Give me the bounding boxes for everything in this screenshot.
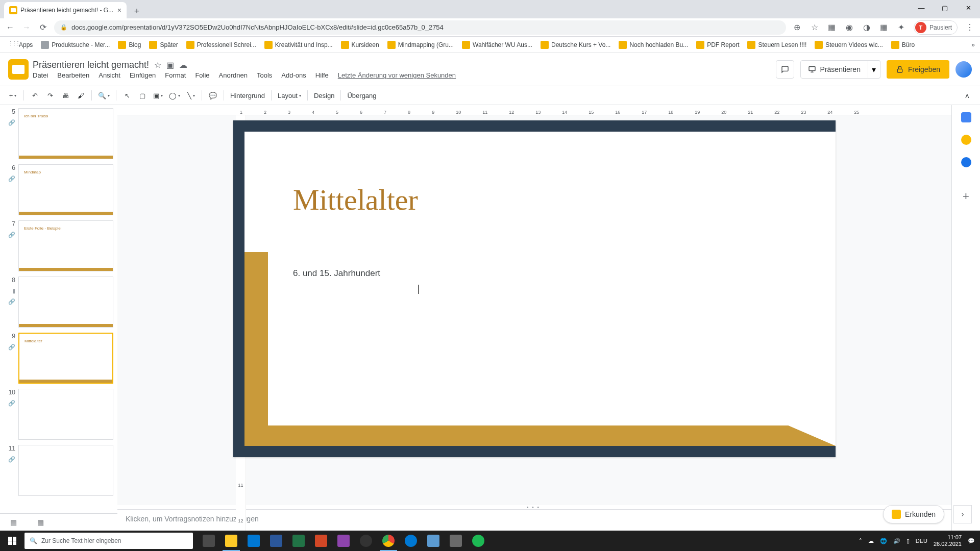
grid-view-icon[interactable]: ▦ (37, 518, 44, 527)
transition-button[interactable]: Übergang (345, 89, 378, 102)
account-avatar[interactable] (955, 61, 972, 78)
file-explorer-icon[interactable] (220, 531, 242, 551)
new-slide-button[interactable]: + (6, 89, 19, 102)
calendar-icon[interactable] (961, 112, 971, 122)
line-tool[interactable]: ╲ (184, 89, 198, 102)
bookmark-item[interactable]: Steuern Videos wic... (812, 39, 886, 51)
network-icon[interactable]: 🌐 (880, 538, 887, 544)
battery-icon[interactable]: ▯ (906, 538, 910, 544)
chrome-icon[interactable] (378, 531, 399, 551)
app-icon[interactable] (445, 531, 467, 551)
clock[interactable]: 11:07 26.02.2021 (934, 534, 962, 547)
taskbar-search[interactable]: 🔍 Zur Suche Text hier eingeben (24, 533, 193, 549)
forward-button[interactable]: → (21, 22, 32, 33)
filmstrip-view-icon[interactable]: ▤ (10, 518, 17, 527)
redo-button[interactable]: ↷ (43, 89, 57, 102)
slide-canvas[interactable]: Mittelalter 6. und 15. Jahrhundert (233, 120, 836, 457)
slide-thumbnail[interactable]: 7🔗 Erste Folie - Beispiel (4, 220, 113, 271)
slide-title-text[interactable]: Mittelalter (293, 183, 418, 217)
last-edit-label[interactable]: Letzte Änderung vor wenigen Sekunden (338, 71, 456, 79)
slide-stage[interactable]: Mittelalter 6. und 15. Jahrhundert (117, 115, 951, 505)
layout-button[interactable]: Layout (276, 89, 303, 102)
menu-file[interactable]: Datei (33, 71, 48, 79)
menu-edit[interactable]: Bearbeiten (57, 71, 89, 79)
bookmark-item[interactable]: Später (146, 39, 181, 51)
adblock-icon[interactable]: ◉ (844, 22, 854, 33)
close-tab-icon[interactable]: × (117, 6, 121, 14)
slide-thumbnail[interactable]: 8▮🔗 (4, 277, 113, 328)
app-icon[interactable] (355, 531, 377, 551)
bookmark-item[interactable]: Produktsuche - Mer... (38, 39, 113, 51)
zoom-button[interactable]: 🔍 (96, 89, 112, 102)
add-addon-icon[interactable]: + (963, 190, 969, 203)
browser-tab[interactable]: Präsentieren leicht gemacht! - G... × (4, 2, 127, 18)
slide-thumbnail-active[interactable]: 9🔗 Mittelalter (4, 333, 113, 384)
mail-icon[interactable] (243, 531, 264, 551)
bookmark-item[interactable]: Wahlfächer WU Aus... (459, 39, 535, 51)
menu-format[interactable]: Format (165, 71, 186, 79)
background-button[interactable]: Hintergrund (228, 89, 267, 102)
language-indicator[interactable]: DEU (916, 538, 927, 544)
bookmark-item[interactable]: PDF Report (693, 39, 742, 51)
menu-addons[interactable]: Add-ons (281, 71, 306, 79)
apps-icon[interactable]: ▦ (879, 22, 889, 33)
slide-thumbnail[interactable]: 6🔗 Mindmap (4, 164, 113, 215)
start-button[interactable] (0, 531, 24, 551)
select-tool[interactable]: ↖ (120, 89, 134, 102)
bookmark-item[interactable]: Blog (115, 39, 144, 51)
profile-button[interactable]: T Pausiert (914, 20, 958, 35)
slide-subtitle-text[interactable]: 6. und 15. Jahrhundert (293, 268, 380, 279)
document-title[interactable]: Präsentieren leicht gemacht! (33, 60, 149, 70)
present-dropdown[interactable]: ▾ (868, 60, 880, 79)
onedrive-icon[interactable]: ☁ (868, 538, 874, 544)
volume-icon[interactable]: 🔊 (893, 538, 900, 544)
menu-insert[interactable]: Einfügen (130, 71, 156, 79)
excel-icon[interactable] (288, 531, 309, 551)
slide-thumbnail[interactable]: 5🔗 Ich bin Trocoi (4, 108, 113, 159)
explore-button[interactable]: Erkunden (883, 505, 944, 523)
slide-thumbnail[interactable]: 11🔗 (4, 445, 113, 496)
edge-icon[interactable] (400, 531, 422, 551)
menu-icon[interactable]: ⋮ (965, 22, 975, 33)
bookmark-item[interactable]: Kursideen (338, 39, 382, 51)
share-button[interactable]: Freigeben (887, 60, 949, 79)
present-button[interactable]: Präsentieren (800, 60, 868, 79)
paint-format-button[interactable]: 🖌 (74, 89, 87, 102)
powerpoint-icon[interactable] (310, 531, 332, 551)
design-button[interactable]: Design (312, 89, 336, 102)
print-button[interactable]: 🖶 (59, 89, 72, 102)
bookmark-item[interactable]: Steuern Lesen !!!! (744, 39, 810, 51)
task-view-icon[interactable] (198, 531, 219, 551)
comments-button[interactable] (776, 60, 794, 79)
filmstrip[interactable]: 5🔗 Ich bin Trocoi 6🔗 Mindmap 7🔗 Erste Fo… (0, 105, 117, 531)
notifications-icon[interactable]: 💬 (968, 538, 975, 544)
menu-view[interactable]: Ansicht (99, 71, 120, 79)
reload-button[interactable]: ⟳ (38, 22, 48, 33)
slides-logo-icon[interactable] (8, 59, 29, 80)
menu-arrange[interactable]: Anordnen (219, 71, 248, 79)
collapse-toolbar-icon[interactable]: ʌ (961, 89, 974, 102)
bookmark-apps[interactable]: Apps (5, 39, 36, 51)
bookmark-item[interactable]: Deutsche Kurs + Vo... (537, 39, 614, 51)
menu-help[interactable]: Hilfe (315, 71, 329, 79)
bookmark-item[interactable]: Büro (888, 39, 918, 51)
minimize-button[interactable]: — (910, 0, 933, 15)
shape-tool[interactable]: ◯ (167, 89, 182, 102)
undo-button[interactable]: ↶ (28, 89, 41, 102)
comment-tool[interactable]: 💬 (206, 89, 219, 102)
extension-icon[interactable]: ◑ (862, 22, 872, 33)
bookmark-item[interactable]: Mindmapping (Gru... (384, 39, 457, 51)
bookmark-item[interactable]: Kreativität und Insp... (261, 39, 336, 51)
tray-expand-icon[interactable]: ˄ (859, 538, 862, 544)
move-icon[interactable]: ▣ (166, 60, 174, 70)
app-icon[interactable] (333, 531, 354, 551)
url-field[interactable]: 🔒 docs.google.com/presentation/d/1yV372S… (54, 20, 786, 35)
bookmark-item[interactable]: Noch hochladen Bu... (616, 39, 691, 51)
slide-thumbnail[interactable]: 10🔗 (4, 389, 113, 440)
spotify-icon[interactable] (468, 531, 489, 551)
image-tool[interactable]: ▣ (151, 89, 165, 102)
keep-icon[interactable] (961, 135, 971, 145)
reader-icon[interactable]: ▦ (827, 22, 837, 33)
star-icon[interactable]: ☆ (154, 60, 161, 70)
textbox-tool[interactable]: ▢ (136, 89, 149, 102)
